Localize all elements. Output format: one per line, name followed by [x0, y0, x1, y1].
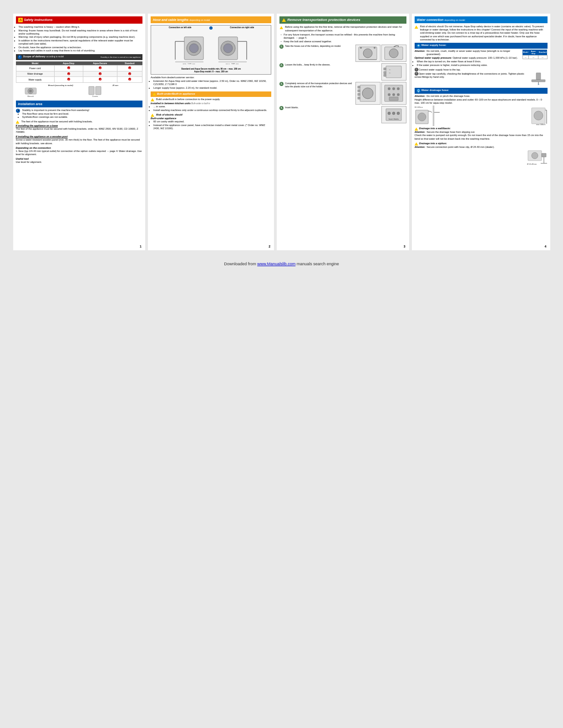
siphon-svg: Ø 24-40mm [527, 150, 548, 166]
water-supply-header: Water supply hose: [415, 43, 548, 49]
svg-text:✓: ✓ [99, 67, 101, 70]
conn-left-label: Connection on left side [152, 26, 208, 30]
scope-note: Humidity in the drum is normal in a new … [101, 56, 141, 58]
hose-item-2: Longer supply hose (approx. 2.20 m), for… [153, 86, 271, 90]
covers-dim: 25 mm [112, 84, 142, 86]
svg-text:Insert blanks: Insert blanks [389, 118, 399, 120]
footer-link[interactable]: www.Manualslib.com [257, 262, 295, 266]
svg-text:60-100cm: 60-100cm [415, 106, 423, 108]
subsection-wooden: If installing the appliance on a wooden … [16, 135, 143, 145]
covers-diagram: Covers [87, 84, 103, 98]
checkmark-icon: ✓ [67, 77, 71, 81]
supply-step-2-row: 2Open water tap carefully, checking the … [415, 72, 548, 86]
drain-siphon-section: Drainage into a siphon: Attention: Secur… [415, 142, 548, 167]
optimal-pressure-label: Optimal water supply pressure: [415, 56, 453, 59]
footer-text-post: manuals search engine [295, 262, 339, 266]
subsection-tool: Useful tool Use level for alignment. [16, 157, 143, 164]
drain-icon [417, 89, 420, 92]
step-3-num: 3. [279, 82, 284, 86]
safety-item-4: In addition to the instructions mentione… [19, 39, 143, 46]
checkmark-icon: ✓ [128, 72, 132, 76]
wm-right-svg: max. 180 cm [213, 32, 252, 64]
supply-note-1: When the tap is turned on, the water flo… [417, 60, 521, 63]
svg-point-61 [397, 87, 400, 90]
svg-point-63 [392, 93, 395, 96]
svg-rect-48 [384, 71, 386, 74]
buildup-item-2: Instead of the appliance cover panel, ha… [153, 124, 271, 130]
svg-rect-55 [358, 90, 360, 92]
svg-rect-22 [89, 86, 94, 95]
safety-item-6: Lay hoses and cables in such a way that … [19, 49, 143, 52]
warn-icon-transport [279, 26, 283, 29]
svg-point-45 [389, 49, 398, 58]
drain-right-svg: max 100cm [529, 106, 548, 126]
svg-text:max. 180 cm: max. 180 cm [225, 63, 238, 64]
drain-wall-title: Drainage into a wall/basin: [419, 127, 451, 130]
water-drainage-header: Water drainage hose: [415, 88, 548, 94]
safety-text: This washing machine is heavy – caution … [16, 25, 143, 53]
tap-svg: ⊃ [529, 72, 548, 86]
safety-title: Safety instructions [24, 18, 53, 22]
page-number-4: 4 [545, 244, 547, 248]
svg-point-20 [29, 90, 32, 92]
svg-text:←: ← [389, 68, 391, 71]
page-number-1: 1 [140, 244, 142, 248]
svg-text:←: ← [389, 71, 391, 74]
footer-text-pre: Downloaded from [224, 262, 257, 266]
install-item-1: Stability is important to prevent the ma… [22, 109, 90, 112]
drain-height-svg: 60-100cm [415, 106, 440, 126]
safety-header: ⚠ Safety instructions [16, 16, 143, 24]
svg-rect-23 [96, 86, 101, 95]
table-row: Water drainage ✓ ✓ ✓ [16, 71, 142, 77]
svg-point-42 [360, 47, 362, 49]
svg-rect-88 [542, 153, 546, 157]
drain-wall-warn [415, 127, 418, 131]
drain-diagrams-row: 60-100cm max 100cm [415, 106, 548, 127]
checkmark-icon: ✓ [67, 72, 71, 76]
drain-attention-2: Attention: [415, 131, 426, 134]
buildup-item-1: 60 cm cavity width required. [153, 120, 271, 123]
step1-svg-b [382, 46, 405, 61]
table-row: Power cord ✓ ✓ ✓ [16, 66, 142, 71]
step-3-diagram-a [355, 82, 380, 105]
svg-rect-57 [358, 97, 360, 99]
svg-text:✓: ✓ [67, 72, 70, 75]
built-under-warn-icon [152, 92, 156, 96]
wrench-diagram: Wrench [23, 84, 39, 98]
step1-svg-a [356, 46, 379, 61]
transport-warning: Before using the appliance for the first… [279, 25, 406, 43]
safety-item-1: This washing machine is heavy – caution … [19, 25, 143, 29]
step-1-text: Take the hoses out of the holders, depen… [285, 45, 354, 48]
siphon-diagram: Ø 24-40mm [415, 150, 548, 167]
hose-available: Available from dealer/customer service: … [151, 76, 271, 90]
built-under-content: Build under/built in before connection t… [151, 98, 271, 130]
svg-point-34 [223, 44, 233, 53]
panel-2: Hose and cable lengths depending on mode… [148, 14, 274, 250]
svg-point-40 [363, 49, 372, 58]
ptable-col3: Standard [538, 50, 547, 56]
svg-text:✓: ✓ [128, 67, 131, 70]
step-4-diagram: Insert blanks [381, 106, 406, 123]
page-container: ⚠ Safety instructions This washing machi… [9, 9, 555, 255]
checkmark-icon: ✓ [67, 66, 71, 70]
step-3-diagram-b [381, 82, 406, 105]
svg-rect-76 [433, 106, 434, 126]
safety-item-5: On doubt, have the appliance connected b… [19, 46, 143, 49]
step-circle-1: 1 [415, 68, 418, 71]
installation-header: Installation area [16, 101, 143, 107]
scope-header: i Scope of delivery according to model H… [16, 54, 143, 60]
pressure-table: Model Aqua-Stop Standard — — — [522, 50, 548, 60]
dim-note: Standard and Aqua-Secure models min. 80 … [152, 68, 270, 73]
step-1-diagram-b [381, 45, 406, 62]
install-item-2: The floor/floor area must be firm and le… [22, 112, 90, 116]
step-1-row: 1. Take the hoses out of the holders, de… [279, 45, 406, 62]
water-drain-icon [416, 89, 421, 93]
drain-attention: Attention: [415, 95, 426, 98]
water-supply-content: Attention: Do not kink, crush, modify or… [415, 50, 548, 86]
svg-rect-72 [532, 80, 545, 82]
svg-text:✓: ✓ [128, 78, 131, 81]
safety-item-3: Warning: risk of injury when packaging. … [19, 35, 143, 39]
built-under-appliance: Risk of electric shock! Built-under appl… [151, 113, 271, 130]
svg-rect-65 [389, 97, 398, 101]
installed-in-kitchen: Installed in between kitchen units Built… [151, 102, 271, 112]
